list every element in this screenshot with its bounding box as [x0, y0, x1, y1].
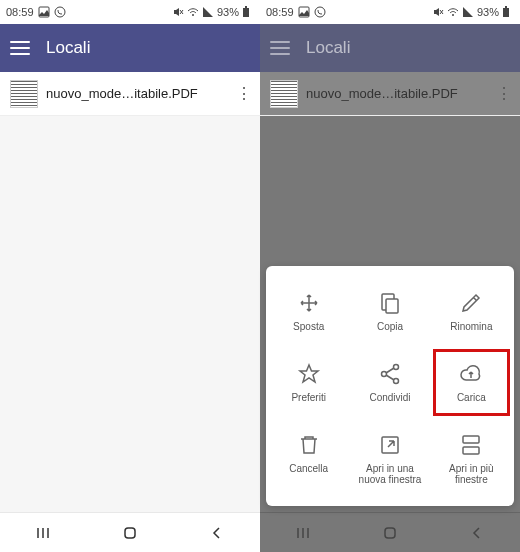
action-label: Apri in una nuova finestra	[356, 463, 423, 485]
share-icon	[378, 362, 402, 386]
svg-point-20	[393, 365, 398, 370]
page-title: Locali	[306, 38, 350, 58]
svg-point-21	[393, 379, 398, 384]
battery-icon	[502, 6, 514, 18]
action-label: Preferiti	[291, 392, 325, 403]
status-right: 93%	[172, 6, 254, 18]
image-icon	[298, 6, 310, 18]
whatsapp-icon	[54, 6, 66, 18]
status-bar: 08:59 93%	[0, 0, 260, 24]
status-right: 93%	[432, 6, 514, 18]
action-grid: Sposta Copia Rinomina Preferiti Condivid…	[270, 278, 510, 498]
svg-rect-18	[386, 299, 398, 313]
action-copia[interactable]: Copia	[351, 278, 428, 345]
wifi-icon	[447, 6, 459, 18]
svg-rect-28	[385, 528, 395, 538]
action-carica[interactable]: Carica	[433, 349, 510, 416]
status-left: 08:59	[6, 6, 66, 18]
action-cancella[interactable]: Cancella	[270, 420, 347, 498]
move-icon	[297, 291, 321, 315]
open-external-icon	[378, 433, 402, 457]
action-preferiti[interactable]: Preferiti	[270, 349, 347, 416]
svg-point-15	[452, 14, 454, 16]
action-label: Copia	[377, 321, 403, 332]
menu-button[interactable]	[10, 41, 30, 55]
menu-button[interactable]	[270, 41, 290, 55]
app-header: Locali	[260, 24, 520, 72]
svg-rect-24	[463, 447, 479, 454]
whatsapp-icon	[314, 6, 326, 18]
system-nav-bar	[260, 512, 520, 552]
svg-rect-10	[125, 528, 135, 538]
mute-icon	[432, 6, 444, 18]
file-more-button[interactable]: ⋮	[234, 84, 254, 103]
action-label: Apri in più finestre	[438, 463, 505, 485]
signal-icon	[462, 6, 474, 18]
file-thumb-icon	[270, 80, 298, 108]
pencil-icon	[459, 291, 483, 315]
action-apri-nuova[interactable]: Apri in una nuova finestra	[351, 420, 428, 498]
file-name-label: nuovo_mode…itabile.PDF	[306, 86, 486, 101]
svg-rect-23	[463, 436, 479, 443]
action-rinomina[interactable]: Rinomina	[433, 278, 510, 345]
cloud-icon	[459, 362, 483, 386]
action-label: Carica	[457, 392, 486, 403]
trash-icon	[297, 433, 321, 457]
home-button[interactable]	[110, 524, 150, 542]
mute-icon	[172, 6, 184, 18]
svg-point-19	[381, 372, 386, 377]
app-header: Locali	[0, 24, 260, 72]
status-time: 08:59	[266, 6, 294, 18]
svg-point-1	[55, 7, 65, 17]
battery-icon	[242, 6, 254, 18]
svg-rect-5	[243, 8, 249, 17]
svg-rect-16	[503, 8, 509, 17]
system-nav-bar	[0, 512, 260, 552]
action-label: Cancella	[289, 463, 328, 474]
svg-point-12	[315, 7, 325, 17]
status-bar: 08:59 93%	[260, 0, 520, 24]
recents-button[interactable]	[283, 524, 323, 542]
image-icon	[38, 6, 50, 18]
file-name-label: nuovo_mode…itabile.PDF	[46, 86, 226, 101]
file-thumb-icon	[10, 80, 38, 108]
file-row[interactable]: nuovo_mode…itabile.PDF ⋮	[0, 72, 260, 116]
action-condividi[interactable]: Condividi	[351, 349, 428, 416]
back-button[interactable]	[457, 524, 497, 542]
signal-icon	[202, 6, 214, 18]
battery-pct: 93%	[217, 6, 239, 18]
action-label: Sposta	[293, 321, 324, 332]
action-sposta[interactable]: Sposta	[270, 278, 347, 345]
wifi-icon	[187, 6, 199, 18]
action-sheet: Sposta Copia Rinomina Preferiti Condivid…	[266, 266, 514, 506]
back-button[interactable]	[197, 524, 237, 542]
recents-button[interactable]	[23, 524, 63, 542]
split-windows-icon	[459, 433, 483, 457]
page-title: Locali	[46, 38, 90, 58]
file-row[interactable]: nuovo_mode…itabile.PDF ⋮	[260, 72, 520, 116]
copy-icon	[378, 291, 402, 315]
star-icon	[297, 362, 321, 386]
battery-pct: 93%	[477, 6, 499, 18]
action-label: Rinomina	[450, 321, 492, 332]
svg-rect-17	[505, 6, 507, 8]
svg-point-4	[192, 14, 194, 16]
status-left: 08:59	[266, 6, 326, 18]
status-time: 08:59	[6, 6, 34, 18]
home-button[interactable]	[370, 524, 410, 542]
svg-rect-6	[245, 6, 247, 8]
action-apri-piu[interactable]: Apri in più finestre	[433, 420, 510, 498]
file-more-button[interactable]: ⋮	[494, 84, 514, 103]
action-label: Condividi	[369, 392, 410, 403]
file-list: nuovo_mode…itabile.PDF ⋮	[0, 72, 260, 512]
